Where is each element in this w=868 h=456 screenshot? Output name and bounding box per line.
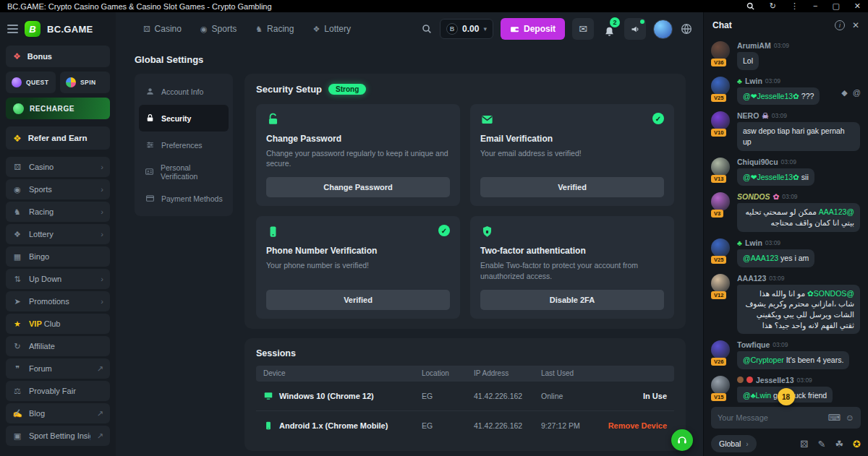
nav-sports[interactable]: ◉ Sports (200, 24, 237, 34)
mention-link[interactable]: @SONDOS✿ (807, 289, 854, 298)
card-desc: Change your password regularly to keep i… (266, 148, 450, 168)
chat-username[interactable]: AAA12303:09 (737, 274, 861, 283)
chat-username[interactable]: Towfique03:09 (737, 340, 861, 349)
settings-item-preferences[interactable]: Preferences (139, 132, 229, 158)
close-chat-icon[interactable]: ✕ (852, 20, 859, 30)
avatar[interactable] (711, 41, 730, 60)
avatar[interactable] (711, 238, 730, 257)
sidebar-item-vip-club[interactable]: ★VIP Club (6, 314, 110, 334)
mention-icon[interactable]: @ (853, 88, 861, 106)
star-icon: ★ (12, 319, 22, 329)
chat-message-input[interactable] (718, 413, 822, 422)
tip-icon[interactable]: ◆ (841, 88, 847, 106)
chat-username[interactable]: NERO☠03:09 (737, 111, 861, 120)
mention-link[interactable]: @AAA123 (819, 207, 854, 216)
emoji-icon[interactable]: ☺ (846, 413, 854, 423)
deposit-button[interactable]: Deposit (501, 18, 565, 40)
email-verified-button[interactable]: Verified (480, 177, 664, 197)
mention-link[interactable]: @♣Lwin (743, 391, 771, 400)
megaphone-icon: ➤ (12, 297, 22, 306)
settings-item-account-info[interactable]: Account Info (139, 78, 229, 105)
mention-link[interactable]: @❤Jesselle13✿ (743, 92, 799, 100)
settings-content: Global Settings Account Info Security (116, 46, 703, 456)
avatar[interactable] (711, 274, 730, 293)
maximize-button[interactable]: ▢ (832, 2, 839, 10)
avatar[interactable] (711, 111, 730, 130)
avatar[interactable] (711, 376, 730, 395)
settings-item-security[interactable]: Security (139, 105, 229, 132)
chat-messages: V36ArumiAM03:09LolV25♣Lwin03:09@❤Jessell… (704, 38, 868, 403)
mention-link[interactable]: @AAA123 (743, 254, 778, 262)
mention-link[interactable]: @Cryptoper (743, 356, 784, 364)
avatar[interactable] (711, 340, 730, 359)
sidebar-item-up-down[interactable]: ⇅Up Down› (6, 269, 110, 289)
wallet-balance-select[interactable]: B 0.00 ▾ (440, 19, 493, 39)
hamburger-menu-icon[interactable] (7, 25, 18, 33)
settings-item-payment-methods[interactable]: Payment Methods (139, 185, 229, 212)
close-button[interactable]: ✕ (854, 2, 861, 10)
phone-verified-button[interactable]: Verified (266, 290, 450, 310)
disable-2fa-button[interactable]: Disable 2FA (480, 290, 664, 310)
change-password-button[interactable]: Change Password (266, 177, 450, 197)
search-icon[interactable] (421, 23, 433, 35)
globe-language-icon[interactable] (680, 22, 693, 35)
avatar[interactable] (711, 158, 730, 176)
session-row: Windows 10 (Chrome 12) EG 41.42.226.162 … (256, 382, 674, 411)
refer-and-earn-button[interactable]: ❖ Refer and Earn (6, 126, 110, 150)
sidebar-item-promotions[interactable]: ➤Promotions› (6, 291, 110, 311)
remove-device-button[interactable]: Remove Device (606, 421, 667, 430)
info-icon[interactable]: i (835, 20, 845, 30)
security-setup-title: Security Setup (256, 84, 322, 95)
titlebar-refresh-icon[interactable]: ↻ (770, 2, 776, 10)
chat-username[interactable]: ♣Lwin03:09 (737, 238, 861, 247)
sidebar-item-affiliate[interactable]: ↻Affiliate (6, 336, 110, 356)
sidebar-item-lottery[interactable]: ❖Lottery› (6, 224, 110, 244)
sidebar-item-provably-fair[interactable]: ⚖Provably Fair (6, 381, 110, 401)
id-card-icon (145, 167, 154, 176)
minimize-button[interactable]: − (813, 2, 817, 10)
mail-icon[interactable]: ✉ (572, 18, 594, 40)
sidebar-item-blog[interactable]: ✍Blog↗ (6, 403, 110, 423)
sidebar-item-racing[interactable]: ♞Racing› (6, 202, 110, 222)
sidebar-item-sport-betting-insig-[interactable]: ▣Sport Betting Insig...↗ (6, 426, 110, 446)
nav-racing[interactable]: ♞ Racing (255, 24, 294, 34)
settings-item-personal-verification[interactable]: Personal Verification (139, 158, 229, 185)
spin-button[interactable]: SPIN (60, 72, 110, 93)
chat-username[interactable]: SONDOS✿03:09 (737, 192, 861, 201)
recharge-label: RECHARGE (30, 105, 75, 113)
chat-channel-select[interactable]: Global › (711, 435, 757, 452)
titlebar-menu-icon[interactable]: ⋮ (791, 2, 799, 10)
sidebar-bonus-button[interactable]: ❖ Bonus (6, 46, 110, 67)
titlebar-search-icon[interactable] (746, 1, 755, 11)
chat-username[interactable]: Jesselle1303:09 (737, 376, 861, 384)
session-in-use-label: In Use (606, 392, 667, 400)
notifications-bell-icon[interactable]: 2 (601, 20, 617, 38)
sidebar-item-sports[interactable]: ◉Sports› (6, 179, 110, 199)
rewards-icon[interactable]: ✪ (853, 439, 861, 449)
name-prefix-icon: ♣ (737, 238, 742, 247)
clover-icon[interactable]: ☘ (835, 439, 843, 449)
mention-link[interactable]: @❤Jesselle13✿ (743, 173, 799, 181)
gif-keyboard-icon[interactable]: ⌨ (827, 413, 840, 423)
user-avatar[interactable] (653, 20, 673, 39)
avatar[interactable] (711, 192, 730, 211)
sidebar-item-casino[interactable]: ⚄Casino› (6, 157, 110, 177)
nav-casino[interactable]: ⚄ Casino (143, 24, 182, 34)
chat-bubble: Lol (737, 52, 759, 70)
chat-username[interactable]: ♣Lwin03:09 (737, 77, 835, 85)
nav-lottery[interactable]: ❖ Lottery (312, 24, 351, 34)
sidebar-item-forum[interactable]: ❞Forum↗ (6, 358, 110, 379)
bcgame-logo-icon[interactable]: B (25, 21, 41, 37)
recharge-button[interactable]: RECHARGE (6, 98, 110, 119)
sidebar-item-bingo[interactable]: ▦Bingo (6, 246, 110, 267)
avatar[interactable] (711, 77, 730, 95)
sidebar-item-label: Provably Fair (29, 387, 103, 395)
unread-count-badge[interactable]: 18 (778, 388, 795, 405)
announcement-icon[interactable] (624, 18, 646, 40)
pencil-icon[interactable]: ✎ (818, 439, 826, 449)
chat-username[interactable]: ArumiAM03:09 (737, 41, 861, 50)
support-button[interactable] (671, 429, 693, 451)
chat-username[interactable]: Chiqui90cu03:09 (737, 158, 861, 166)
quest-button[interactable]: QUEST (6, 72, 56, 93)
dice-icon[interactable]: ⚄ (800, 439, 808, 449)
